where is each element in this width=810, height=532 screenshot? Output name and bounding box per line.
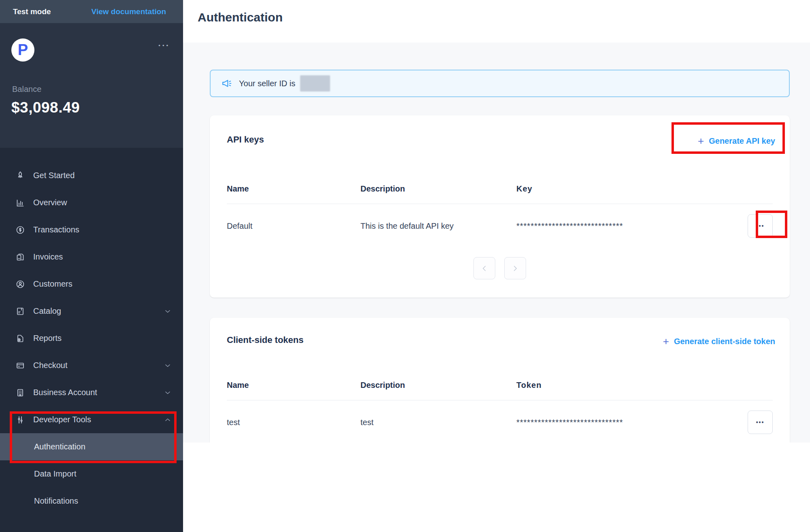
sidebar-item-catalog[interactable]: Catalog — [0, 298, 183, 325]
sidebar-item-developer-tools[interactable]: Developer Tools — [0, 406, 183, 433]
sidebar-item-label: Business Account — [33, 388, 97, 397]
sidebar-item-label: Catalog — [33, 306, 61, 316]
sidebar-item-business-account[interactable]: Business Account — [0, 379, 183, 406]
paddle-logo-letter: P — [18, 42, 28, 57]
sidebar-item-get-started[interactable]: Get Started — [0, 162, 183, 189]
chevron-up-icon — [164, 416, 172, 424]
credit-card-icon — [15, 361, 25, 370]
client-tokens-card: Client-side tokens + Generate client-sid… — [210, 318, 790, 443]
column-name: Name — [227, 381, 360, 390]
view-documentation-link[interactable]: View documentation — [92, 7, 166, 16]
sidebar-item-customers[interactable]: Customers — [0, 270, 183, 298]
column-description: Description — [360, 381, 516, 390]
api-key-row: Default This is the default API key ****… — [227, 204, 773, 248]
generate-client-token-label: Generate client-side token — [674, 337, 775, 346]
sidebar-item-reports[interactable]: Reports — [0, 325, 183, 352]
sidebar-menu-button[interactable]: ••• — [158, 43, 170, 49]
client-tokens-title: Client-side tokens — [227, 335, 303, 345]
generate-api-key-button[interactable]: + Generate API key — [698, 136, 775, 146]
bar-chart-icon — [15, 198, 25, 208]
pagination — [210, 257, 790, 279]
client-token-description: test — [360, 418, 516, 427]
column-token: Token — [516, 381, 744, 390]
sidebar-subitem-data-import[interactable]: Data Import — [0, 460, 183, 487]
sidebar-item-transactions[interactable]: Transactions — [0, 216, 183, 243]
sliders-icon — [15, 415, 25, 425]
balance-label: Balance — [12, 85, 41, 94]
main-content: Your seller ID is API keys + Generate AP… — [183, 43, 810, 443]
sidebar-item-label: Customers — [33, 279, 72, 289]
seller-id-text: Your seller ID is — [239, 79, 295, 88]
sidebar-subitem-label: Notifications — [34, 496, 78, 506]
page-title: Authentication — [198, 11, 283, 24]
sidebar-item-label: Invoices — [33, 252, 63, 262]
generate-client-token-button[interactable]: + Generate client-side token — [663, 336, 775, 347]
paddle-logo[interactable]: P — [11, 38, 34, 62]
next-page-button[interactable] — [504, 257, 526, 279]
column-name: Name — [227, 184, 360, 194]
test-mode-label: Test mode — [13, 7, 51, 16]
test-mode-bar: Test mode View documentation — [0, 0, 183, 23]
balance-amount: $3,098.49 — [11, 99, 80, 116]
rocket-icon — [15, 171, 25, 181]
sidebar-item-invoices[interactable]: Invoices — [0, 243, 183, 270]
report-icon — [15, 334, 25, 343]
client-tokens-table-header: Name Description Token — [227, 381, 773, 390]
api-key-description: This is the default API key — [360, 221, 516, 231]
sidebar-subitem-authentication[interactable]: Authentication — [0, 433, 183, 460]
sidebar-item-label: Overview — [33, 198, 67, 207]
sidebar-subitem-label: Authentication — [34, 442, 85, 451]
plus-icon: + — [663, 336, 669, 347]
sidebar: P ••• Balance $3,098.49 Get Started — [0, 23, 183, 532]
invoice-icon — [15, 252, 25, 262]
app-window: Test mode View documentation P ••• Balan… — [0, 0, 810, 532]
ellipsis-icon: ••• — [756, 223, 765, 229]
sidebar-item-label: Get Started — [33, 171, 75, 180]
api-key-masked-value: ****************************** — [516, 221, 744, 231]
sidebar-item-overview[interactable]: Overview — [0, 189, 183, 216]
sidebar-subitem-notifications[interactable]: Notifications — [0, 487, 183, 515]
client-token-actions-button[interactable]: ••• — [748, 411, 773, 434]
client-token-masked-value: ****************************** — [516, 418, 744, 427]
megaphone-icon — [221, 78, 232, 89]
chevron-right-icon — [511, 264, 520, 273]
api-keys-table-header: Name Description Key — [227, 184, 773, 194]
chevron-down-icon — [164, 389, 172, 397]
chevron-down-icon — [164, 307, 172, 315]
plus-icon: + — [698, 136, 704, 146]
sidebar-item-label: Checkout — [33, 361, 68, 370]
sidebar-item-checkout[interactable]: Checkout — [0, 352, 183, 379]
dollar-circle-icon — [15, 225, 25, 235]
page-header: Authentication — [183, 0, 810, 43]
client-token-row: test test ******************************… — [227, 400, 773, 445]
sidebar-item-label: Developer Tools — [33, 415, 91, 424]
api-key-actions-button[interactable]: ••• — [748, 214, 773, 238]
chevron-left-icon — [480, 264, 489, 273]
sidebar-item-label: Reports — [33, 334, 62, 343]
column-key: Key — [516, 184, 744, 194]
catalog-icon — [15, 306, 25, 316]
seller-id-banner: Your seller ID is — [210, 70, 790, 97]
column-description: Description — [360, 184, 516, 194]
ellipsis-icon: ••• — [756, 419, 765, 426]
page-bottom-blank — [183, 443, 810, 532]
api-keys-title: API keys — [227, 134, 264, 145]
customer-icon — [15, 279, 25, 289]
building-icon — [15, 388, 25, 398]
prev-page-button[interactable] — [473, 257, 495, 279]
seller-id-redacted — [300, 75, 330, 92]
api-keys-card: API keys + Generate API key Name Descrip… — [210, 115, 790, 298]
generate-api-key-label: Generate API key — [709, 136, 775, 146]
chevron-down-icon — [164, 362, 172, 370]
client-token-name: test — [227, 418, 360, 427]
sidebar-subitem-label: Data Import — [34, 469, 76, 479]
api-key-name: Default — [227, 221, 360, 231]
sidebar-item-label: Transactions — [33, 225, 79, 234]
sidebar-nav: Get Started Overview Transactions — [0, 162, 183, 515]
sidebar-account-section: P ••• Balance $3,098.49 — [0, 23, 183, 148]
